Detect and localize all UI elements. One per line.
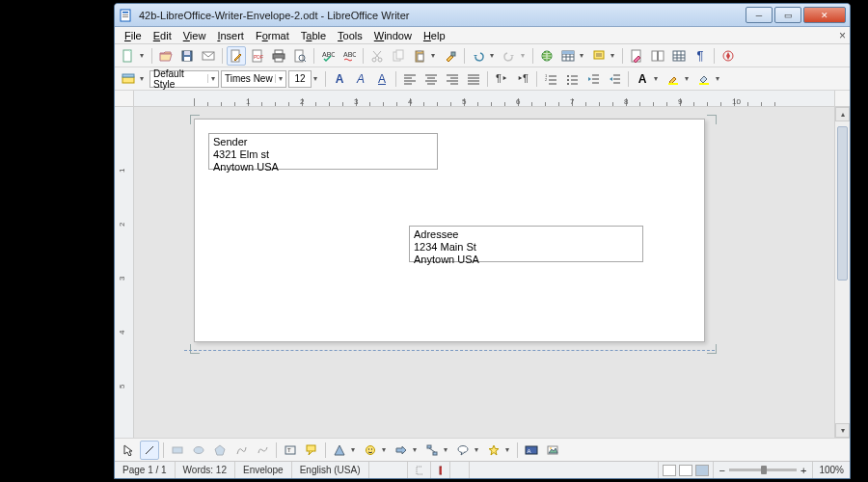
doc-close-button[interactable]: × <box>839 29 846 42</box>
block-arrows-dropdown[interactable]: ▾ <box>413 445 420 454</box>
zoom-knob[interactable] <box>761 466 767 474</box>
status-words[interactable]: Words: 12 <box>176 462 235 478</box>
scroll-up-button[interactable]: ▴ <box>835 107 850 121</box>
rect-tool-button[interactable] <box>168 441 187 460</box>
document-canvas[interactable]: Sender 4321 Elm st Anytown USA Adressee … <box>134 107 834 438</box>
block-arrows-button[interactable] <box>392 441 411 460</box>
from-file-button[interactable] <box>543 441 562 460</box>
hyperlink-button[interactable] <box>537 46 556 66</box>
rtl-button[interactable]: ‣¶ <box>513 69 532 89</box>
align-left-button[interactable] <box>400 69 420 89</box>
comment-dropdown[interactable]: ▾ <box>610 51 618 60</box>
increase-indent-button[interactable] <box>605 69 624 89</box>
bullet-list-button[interactable] <box>562 69 582 89</box>
status-modified[interactable] <box>431 462 450 478</box>
highlight-button[interactable] <box>664 69 683 89</box>
symbol-shapes-dropdown[interactable]: ▾ <box>382 445 390 454</box>
status-pagestyle[interactable]: Envelope <box>235 462 292 478</box>
menu-window[interactable]: Window <box>368 29 418 42</box>
styles-button[interactable] <box>119 69 138 89</box>
align-center-button[interactable] <box>421 69 441 89</box>
minimize-button[interactable]: ─ <box>746 7 773 23</box>
curve-tool-button[interactable] <box>231 441 251 460</box>
background-color-button[interactable] <box>694 69 714 89</box>
sender-line2[interactable]: 4321 Elm st <box>213 148 433 161</box>
insert-table-dropdown[interactable]: ▾ <box>580 51 587 60</box>
insert-table-button[interactable] <box>558 46 578 66</box>
vertical-ruler[interactable]: 12345 <box>115 107 134 438</box>
edit-doc-button[interactable] <box>227 46 246 66</box>
email-button[interactable] <box>199 46 218 66</box>
copy-button[interactable] <box>389 46 408 66</box>
status-insert-mode[interactable] <box>369 462 408 478</box>
comment-button[interactable] <box>589 46 609 66</box>
multi-page-view[interactable] <box>679 465 692 476</box>
italic-button[interactable]: A <box>351 69 370 89</box>
addressee-line1[interactable]: Adressee <box>414 228 638 241</box>
callouts-dropdown[interactable]: ▾ <box>475 445 482 454</box>
basic-shapes-button[interactable] <box>330 441 349 460</box>
zoom-track[interactable] <box>729 469 797 471</box>
font-size-combo[interactable]: 12 <box>288 70 312 88</box>
line-tool-button[interactable] <box>140 441 159 460</box>
callouts-button[interactable] <box>453 441 473 460</box>
menu-help[interactable]: Help <box>418 29 451 42</box>
menu-edit[interactable]: Edit <box>148 29 177 42</box>
fontwork-button[interactable]: A <box>522 441 541 460</box>
addressee-frame[interactable]: Adressee 1234 Main St Anytown USA <box>409 226 643 262</box>
flowchart-button[interactable] <box>422 441 442 460</box>
zoom-in-button[interactable]: + <box>800 465 806 476</box>
horizontal-ruler[interactable]: 12345678910 <box>134 91 834 106</box>
ltr-button[interactable]: ¶‣ <box>492 69 511 89</box>
basic-shapes-dropdown[interactable]: ▾ <box>351 445 359 454</box>
data-sources-button[interactable] <box>669 46 689 66</box>
close-button[interactable]: ✕ <box>803 7 846 23</box>
redo-dropdown[interactable]: ▾ <box>521 51 529 60</box>
print-button[interactable] <box>269 46 288 66</box>
font-size-dropdown[interactable]: ▾ <box>313 74 321 83</box>
menu-tools[interactable]: Tools <box>332 29 368 42</box>
autospell-button[interactable]: ABC <box>339 46 359 66</box>
addressee-line2[interactable]: 1234 Main St <box>414 241 638 254</box>
flowchart-dropdown[interactable]: ▾ <box>444 445 451 454</box>
sender-frame[interactable]: Sender 4321 Elm st Anytown USA <box>208 133 438 170</box>
polygon-tool-button[interactable] <box>210 441 230 460</box>
single-page-view[interactable] <box>663 465 676 476</box>
vertical-scrollbar[interactable]: ▴ ▾ <box>834 107 850 438</box>
decrease-indent-button[interactable] <box>583 69 603 89</box>
format-paintbrush-button[interactable] <box>441 46 460 66</box>
font-name-combo[interactable]: Times New Roman▾ <box>221 70 286 88</box>
save-button[interactable] <box>177 46 197 66</box>
show-changes-button[interactable] <box>648 46 667 66</box>
textbox-tool-button[interactable]: T <box>281 441 300 460</box>
sender-line3[interactable]: Anytown USA <box>213 161 433 174</box>
styles-dropdown[interactable]: ▾ <box>140 74 148 83</box>
status-language[interactable]: English (USA) <box>292 462 369 478</box>
stars-button[interactable] <box>484 441 503 460</box>
maximize-button[interactable]: ▭ <box>774 7 801 23</box>
nonprinting-chars-button[interactable]: ¶ <box>691 46 710 66</box>
background-dropdown[interactable]: ▾ <box>716 74 723 83</box>
new-doc-dropdown[interactable]: ▾ <box>140 51 148 60</box>
highlight-dropdown[interactable]: ▾ <box>685 74 692 83</box>
cut-button[interactable] <box>367 46 387 66</box>
numbered-list-button[interactable]: 12 <box>541 69 560 89</box>
status-page[interactable]: Page 1 / 1 <box>115 462 176 478</box>
print-preview-button[interactable] <box>290 46 310 66</box>
underline-button[interactable]: A <box>372 69 392 89</box>
menu-insert[interactable]: Insert <box>211 29 250 42</box>
font-color-dropdown[interactable]: ▾ <box>654 74 662 83</box>
select-tool-button[interactable] <box>119 441 138 460</box>
align-justify-button[interactable] <box>464 69 483 89</box>
menu-file[interactable]: File <box>119 29 148 42</box>
font-color-button[interactable]: A <box>633 69 652 89</box>
paste-button[interactable] <box>410 46 429 66</box>
menu-table[interactable]: Table <box>295 29 332 42</box>
sender-line1[interactable]: Sender <box>213 136 433 148</box>
freeform-tool-button[interactable] <box>253 441 272 460</box>
zoom-percent[interactable]: 100% <box>812 462 850 478</box>
status-selection-mode[interactable] <box>408 462 431 478</box>
callout-tool-button[interactable] <box>302 441 321 460</box>
undo-button[interactable] <box>469 46 488 66</box>
paragraph-style-combo[interactable]: Default Style▾ <box>149 70 219 88</box>
